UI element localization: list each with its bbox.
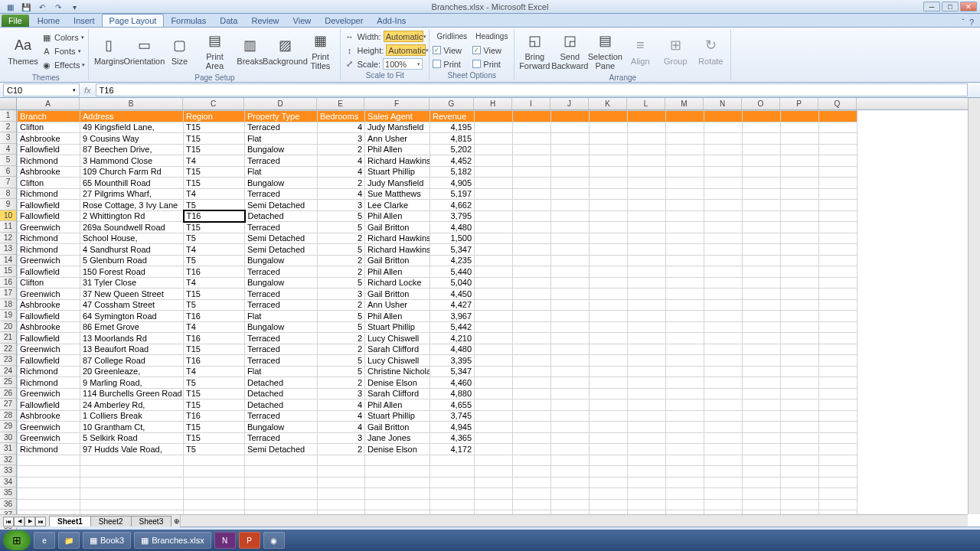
cell[interactable] <box>590 244 628 256</box>
cell[interactable] <box>513 366 551 377</box>
cell[interactable] <box>513 166 551 178</box>
cell[interactable] <box>318 488 365 500</box>
cell[interactable] <box>743 466 781 478</box>
cell[interactable] <box>513 178 551 189</box>
cell[interactable] <box>513 333 551 344</box>
cell[interactable]: 5,347 <box>430 244 475 256</box>
cell[interactable] <box>513 277 551 289</box>
cell[interactable] <box>704 432 743 444</box>
cell[interactable] <box>628 321 666 333</box>
cell[interactable] <box>666 178 704 189</box>
cell[interactable] <box>781 377 819 389</box>
cell[interactable]: 5 <box>318 244 365 256</box>
cell[interactable]: Judy Mansfield <box>365 178 430 189</box>
cell[interactable]: T16 <box>184 311 245 322</box>
cell[interactable] <box>781 122 819 133</box>
cell[interactable] <box>628 311 666 322</box>
cell[interactable] <box>781 422 819 433</box>
cell[interactable]: Richmond <box>18 244 80 256</box>
cell[interactable] <box>666 366 704 377</box>
cell[interactable]: Richmond <box>18 366 80 377</box>
cell[interactable] <box>475 166 513 178</box>
cell[interactable] <box>590 422 628 433</box>
cell[interactable]: 4,480 <box>430 222 475 233</box>
cell[interactable]: 1 Colliers Break <box>80 410 184 422</box>
cell[interactable] <box>475 432 513 444</box>
cell[interactable]: Lucy Chiswell <box>365 355 430 367</box>
cell[interactable]: 4,210 <box>430 333 475 344</box>
cell[interactable]: Ashbrooke <box>18 410 80 422</box>
tab-page-layout[interactable]: Page Layout <box>102 14 165 27</box>
cell[interactable] <box>628 455 666 466</box>
cell[interactable]: 4,460 <box>430 377 475 389</box>
cell[interactable]: 20 Greenleaze, <box>80 366 184 377</box>
cell[interactable]: Gail Britton <box>365 222 430 233</box>
sheet-nav-last[interactable]: ⏭ <box>35 517 46 527</box>
cell[interactable] <box>551 499 590 510</box>
cell[interactable]: Bungalow <box>245 277 318 289</box>
cell[interactable] <box>475 233 513 244</box>
cell[interactable] <box>475 289 513 300</box>
cell[interactable] <box>590 144 628 155</box>
cell[interactable]: T15 <box>184 399 245 411</box>
tab-developer[interactable]: Developer <box>318 15 370 27</box>
row-header-26[interactable]: 26 <box>0 388 16 399</box>
cell[interactable] <box>551 133 590 145</box>
maximize-button[interactable]: □ <box>942 2 959 11</box>
cell[interactable]: 2 Whittington Rd <box>80 210 184 222</box>
cell[interactable] <box>743 266 781 278</box>
cell[interactable] <box>513 488 551 500</box>
cell[interactable] <box>590 210 628 222</box>
cell[interactable]: T15 <box>184 144 245 155</box>
cell[interactable] <box>245 455 318 466</box>
cell[interactable]: Gail Britton <box>365 422 430 433</box>
row-header-8[interactable]: 8 <box>0 188 16 200</box>
col-header-J[interactable]: J <box>550 98 589 109</box>
cell[interactable] <box>628 200 666 211</box>
cell[interactable] <box>513 377 551 389</box>
cell[interactable]: Sarah Clifford <box>365 388 430 399</box>
cell[interactable] <box>781 178 819 189</box>
cell[interactable] <box>551 222 590 233</box>
cell[interactable]: Judy Mansfield <box>365 122 430 133</box>
cell[interactable]: Ann Usher <box>365 133 430 145</box>
cell[interactable] <box>819 166 858 178</box>
cell[interactable]: Richmond <box>18 233 80 244</box>
col-header-B[interactable]: B <box>80 98 183 109</box>
cell[interactable]: T15 <box>184 122 245 133</box>
cell[interactable]: 1,500 <box>430 233 475 244</box>
cell[interactable] <box>704 466 743 478</box>
cell[interactable] <box>628 366 666 377</box>
cell[interactable] <box>819 188 858 200</box>
cell[interactable] <box>590 477 628 488</box>
cell[interactable]: Greenwich <box>18 432 80 444</box>
row-header-9[interactable]: 9 <box>0 199 16 210</box>
tab-review[interactable]: Review <box>244 15 286 27</box>
cell[interactable]: Jane Jones <box>365 432 430 444</box>
cell[interactable]: T15 <box>184 222 245 233</box>
cell[interactable]: Sarah Clifford <box>365 344 430 355</box>
cell[interactable] <box>18 477 80 488</box>
cell[interactable] <box>704 422 743 433</box>
cell[interactable] <box>513 499 551 510</box>
cell[interactable] <box>628 355 666 367</box>
cell[interactable]: 47 Cossham Street <box>80 299 184 311</box>
cell[interactable] <box>475 488 513 500</box>
tab-file[interactable]: File <box>2 15 29 27</box>
cell[interactable]: 87 College Road <box>80 355 184 367</box>
cell[interactable] <box>781 399 819 411</box>
cell[interactable] <box>819 289 858 300</box>
cell[interactable] <box>704 266 743 278</box>
cell[interactable] <box>819 477 858 488</box>
tab-data[interactable]: Data <box>213 15 244 27</box>
cell[interactable] <box>475 133 513 145</box>
row-header-11[interactable]: 11 <box>0 221 16 233</box>
cell[interactable]: 49 Kingsfield Lane, <box>80 122 184 133</box>
cell[interactable] <box>781 488 819 500</box>
cell[interactable] <box>551 377 590 389</box>
cell[interactable] <box>475 122 513 133</box>
sheet-tab-sheet3[interactable]: Sheet3 <box>131 516 172 527</box>
cell[interactable] <box>628 299 666 311</box>
cell[interactable] <box>513 144 551 155</box>
cell[interactable]: 2 <box>318 144 365 155</box>
